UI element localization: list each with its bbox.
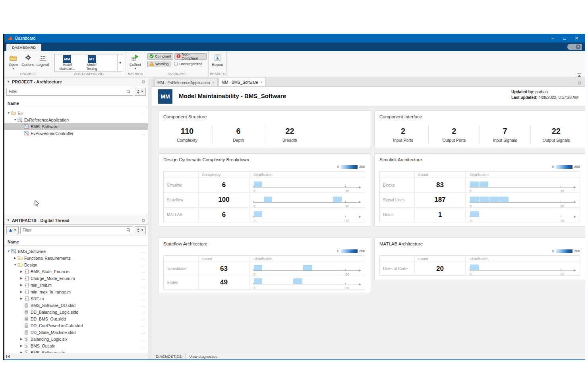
artifacts-filter-input[interactable] [23,228,126,232]
tree-item-bms-state-enum-m[interactable]: ▶BMS_State_Enum.m... [4,268,148,275]
tree-item-evreferenceapplication[interactable]: ▼EvReferenceApplication... [4,116,148,123]
artifact-view-button[interactable]: ▼ [6,226,19,234]
project-filter-input[interactable] [9,89,126,94]
tick-mark [561,186,561,187]
tree-item-bms-software[interactable]: BMS_Software... [4,123,148,130]
row-actions-button[interactable]: ... [141,249,145,253]
sldd-icon [23,303,29,308]
minimize-button[interactable]: – [547,36,559,41]
tree-item-functional-requirements[interactable]: ▶Functional Requirements... [4,255,148,261]
ribbon-toolbar: Open ▼ Options Legend PROJECT [4,51,585,77]
expander-icon[interactable]: ▶ [19,297,23,300]
row-actions-button[interactable]: ... [141,263,145,267]
ribbon-group-metrics: Collect ▼ METRICS [126,51,145,77]
panel-gear-icon[interactable] [141,78,145,85]
collapse-left-icon[interactable] [6,353,10,360]
row-actions-button[interactable]: ... [141,337,145,341]
sort-button[interactable]: ▼ [135,88,146,96]
row-actions-button[interactable]: ... [141,131,145,135]
row-actions-button[interactable]: ... [141,256,145,260]
tab-dashboard[interactable]: DASHBOARD [6,44,41,51]
tree-item-dd-bms-out-sldd[interactable]: DD_BMS_Out.sldd... [4,315,148,322]
sort-button[interactable]: ▼ [135,226,146,234]
maximize-button[interactable]: □ [559,36,571,41]
row-actions-button[interactable]: ... [141,324,145,328]
row-actions-button[interactable]: ... [141,270,145,274]
view-diagnostics-link[interactable]: View diagnostics [186,354,217,359]
tree-item-dd-currpowerlimcalc-sldd[interactable]: DD_CurrPowerLimCalc.sldd... [4,322,148,329]
group-label-results: RESULTS [209,72,226,76]
collect-button[interactable]: Collect ▼ [127,54,144,70]
expander-icon[interactable]: ▶ [13,256,17,260]
tree-item-min-max-in-range-m[interactable]: ▶min_max_in_range.m... [4,288,148,295]
metric-table: ComplexityDistributionSimulink6090Statef… [163,171,365,222]
diagnostics-label[interactable]: DIAGNOSTICS [152,353,186,359]
histogram-bar [333,197,342,202]
expander-icon[interactable]: ▶ [19,337,23,341]
legend-gradient-swatch [556,249,573,253]
tree-item-dd-balancing-logic-sldd[interactable]: DD_Balancing_Logic.sldd... [4,309,148,315]
row-actions-button[interactable]: ... [141,276,145,280]
tree-item-balancing-logic-slx[interactable]: ▶Balancing_Logic.slx... [4,336,148,342]
report-button[interactable]: Report [210,54,226,67]
artifacts-panel-header[interactable]: ▼ ARTIFACTS - Digital Thread [4,216,148,225]
row-actions-button[interactable]: ... [141,310,145,314]
expander-icon[interactable]: ▶ [19,270,23,273]
tree-item-design[interactable]: ▼Design... [4,261,148,268]
row-actions-button[interactable]: ... [141,344,145,348]
mfile-icon [23,290,29,294]
row-actions-button[interactable]: ... [141,297,145,301]
tree-item-min-limit-m[interactable]: ▶min_limit.m... [4,282,148,288]
tree-item-charge-mode-enum-m[interactable]: ▶Charge_Mode_Enum.m... [4,275,148,282]
row-actions-button[interactable]: ... [141,125,145,129]
tree-item-sre-m[interactable]: ▶SRE.m... [4,295,148,302]
model-testing-tile[interactable]: MT Model Testing [79,54,104,71]
expander-icon[interactable]: ▶ [19,344,23,348]
tree-item-evpowertraincontroller[interactable]: EvPowertrainController... [4,130,148,137]
expander-icon[interactable]: ▶ [19,290,23,294]
non-compliant-toggle[interactable]: Non-Compliant [174,53,207,60]
value-column-header: Count [415,256,466,262]
close-icon[interactable]: × [212,81,214,85]
row-actions-button[interactable]: ... [141,283,145,287]
tree-item-dd-state-machine-sldd[interactable]: DD_State_Machine.sldd... [4,329,148,336]
model-maintainability-tile[interactable]: MM Model Maintain... [55,54,79,71]
compliant-toggle[interactable]: Compliant [147,53,173,60]
expander-icon[interactable]: ▶ [19,276,23,280]
row-actions-button[interactable]: ... [141,330,145,334]
tab-mm-bms-software[interactable]: MM - BMS_Software × [219,78,266,86]
row-actions-button[interactable]: ... [141,118,145,122]
row-actions-button[interactable]: ... [141,111,145,115]
stats-row: 2Input Ports2Output Ports7Input Signals2… [378,125,582,144]
collapse-triangle-icon[interactable]: ▼ [7,80,10,83]
artifacts-filter-field[interactable] [20,226,133,234]
expander-icon[interactable]: ▼ [7,249,11,253]
tree-item-bms-out-slx[interactable]: ▶BMS_Out.slx... [4,342,148,349]
tab-mm-evreferenceapplication[interactable]: MM - EvReferenceApplication × [154,79,218,86]
minimize-ribbon-button[interactable] [577,72,582,76]
gallery-dropdown-button[interactable]: ▼ [117,54,123,71]
uncategorized-toggle[interactable]: Uncategorized [172,61,204,67]
panel-gear-icon[interactable] [141,217,145,224]
close-button[interactable]: ✕ [571,36,582,41]
mfile-icon [23,276,29,281]
row-actions-button[interactable]: ... [141,317,145,321]
tree-item-ev[interactable]: ▼EV... [4,110,148,116]
tabstrip-gear-icon[interactable] [578,79,582,87]
tree-item-bms-software[interactable]: ▼BMS_Software... [4,248,148,255]
tick-mark [345,269,346,271]
row-actions-button[interactable]: ... [141,290,145,294]
expander-icon[interactable]: ▼ [7,111,11,115]
collapse-triangle-icon[interactable]: ▼ [7,218,10,222]
help-button[interactable]: ? [567,44,582,50]
warning-toggle[interactable]: Warning [147,61,170,67]
legend-max: 200 [574,165,580,169]
close-icon[interactable]: × [261,80,263,84]
tree-item-bms-software-dd-sldd[interactable]: BMS_Software_DD.sldd... [4,302,148,309]
expander-icon[interactable]: ▼ [13,118,17,122]
expander-icon[interactable]: ▶ [19,283,23,287]
project-panel-header[interactable]: ▼ PROJECT - Architecture [4,77,148,86]
expander-icon[interactable]: ▼ [13,263,17,266]
project-filter-field[interactable] [6,88,133,96]
row-actions-button[interactable]: ... [141,303,145,307]
